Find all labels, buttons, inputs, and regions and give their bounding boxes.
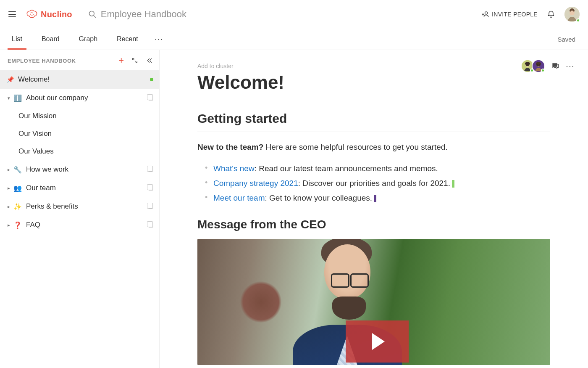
sidebar-item-our-team[interactable]: ▸ 👥 Our team <box>0 179 159 197</box>
search-container <box>88 9 474 20</box>
view-tab-graph[interactable]: Graph <box>76 29 101 50</box>
notifications-button[interactable] <box>547 10 555 19</box>
brand-name: Nuclino <box>41 10 72 19</box>
presence-indicator <box>541 69 545 72</box>
svg-point-2 <box>485 12 488 14</box>
intro-text: New to the team? Here are some helpful r… <box>197 141 550 154</box>
document-more-menu[interactable]: ⋮ <box>565 62 575 70</box>
section-heading: Message from the CEO <box>197 218 550 231</box>
sidebar: EMPLOYEE HANDBOOK + 📌 Welcome! <box>0 50 160 368</box>
link-meet-team[interactable]: Meet our team <box>213 193 265 202</box>
divider <box>197 132 550 132</box>
sparkle-icon: ✨ <box>13 203 22 211</box>
invite-label: INVITE PEOPLE <box>492 11 538 18</box>
view-more-menu[interactable]: ⋮ <box>154 35 164 43</box>
link-whats-new[interactable]: What's new <box>213 164 255 173</box>
collaborator-avatars[interactable] <box>521 59 545 73</box>
presence-icon <box>150 78 153 81</box>
info-icon: ℹ️ <box>13 94 22 102</box>
sidebar-item-label: Welcome! <box>18 75 50 84</box>
list-item: What's new: Read our latest team announc… <box>207 161 550 176</box>
view-tab-recent[interactable]: Recent <box>113 29 142 50</box>
invite-icon <box>482 11 489 18</box>
section-heading: Getting started <box>197 111 550 126</box>
view-tab-list[interactable]: List <box>8 29 26 50</box>
sidebar-item-label: About our company <box>26 94 88 102</box>
question-icon: ❓ <box>13 221 22 229</box>
save-status: Saved <box>557 36 575 43</box>
sidebar-item-label: Our team <box>26 184 56 192</box>
add-page-button[interactable]: + <box>118 56 124 65</box>
cluster-icon <box>148 204 153 209</box>
page-title: Welcome! <box>197 72 550 93</box>
cluster-icon <box>148 185 153 191</box>
brand-logo[interactable]: Nuclino <box>26 10 72 19</box>
cluster-icon <box>148 222 153 228</box>
presence-indicator <box>576 19 580 22</box>
play-button[interactable] <box>346 320 409 363</box>
list-item: Company strategy 2021: Discover our prio… <box>207 176 550 191</box>
current-user-avatar[interactable] <box>564 7 580 22</box>
sidebar-item-vision[interactable]: Our Vision <box>0 125 159 143</box>
presence-cursor-icon <box>452 180 454 188</box>
chevron-right-icon: ▸ <box>7 222 11 228</box>
cluster-icon <box>148 95 153 101</box>
cluster-icon <box>148 167 153 172</box>
sidebar-item-values[interactable]: Our Values <box>0 143 159 160</box>
collapse-sidebar-button[interactable] <box>146 57 153 64</box>
add-to-cluster-button[interactable]: Add to cluster <box>197 63 550 69</box>
sidebar-item-label: FAQ <box>26 221 40 229</box>
ceo-video[interactable] <box>197 239 550 365</box>
collaborator-avatar[interactable] <box>532 59 545 73</box>
presence-cursor-icon <box>374 195 376 202</box>
sidebar-item-faq[interactable]: ▸ ❓ FAQ <box>0 216 159 234</box>
search-input[interactable] <box>101 9 302 20</box>
sidebar-item-about[interactable]: ▾ ℹ️ About our company <box>0 89 159 107</box>
sidebar-item-label: How we work <box>26 165 68 174</box>
expand-icon[interactable] <box>131 57 138 64</box>
sidebar-item-mission[interactable]: Our Mission <box>0 107 159 125</box>
play-icon <box>372 333 385 350</box>
brain-icon <box>26 10 38 19</box>
chevron-right-icon: ▸ <box>7 167 11 172</box>
search-icon <box>88 10 97 19</box>
sidebar-title: EMPLOYEE HANDBOOK <box>8 58 76 64</box>
sidebar-item-how-we-work[interactable]: ▸ 🔧 How we work <box>0 160 159 179</box>
document-main: ⋮ Add to cluster Welcome! Getting starte… <box>160 50 588 368</box>
menu-button[interactable] <box>8 9 18 19</box>
resource-list: What's new: Read our latest team announc… <box>207 161 550 205</box>
invite-people-button[interactable]: INVITE PEOPLE <box>482 11 538 18</box>
sidebar-item-label: Perks & benefits <box>26 202 78 211</box>
chevron-right-icon: ▸ <box>7 185 11 191</box>
svg-line-1 <box>93 16 95 18</box>
team-icon: 👥 <box>13 184 22 192</box>
chevron-down-icon: ▾ <box>7 95 11 101</box>
sidebar-item-perks[interactable]: ▸ ✨ Perks & benefits <box>0 197 159 216</box>
tools-icon: 🔧 <box>13 166 22 174</box>
pin-icon: 📌 <box>7 76 14 83</box>
chevron-right-icon: ▸ <box>7 204 11 209</box>
list-item: Meet our team: Get to know your colleagu… <box>207 191 550 205</box>
link-strategy[interactable]: Company strategy 2021 <box>213 179 298 188</box>
view-tab-board[interactable]: Board <box>38 29 63 50</box>
sidebar-item-welcome[interactable]: 📌 Welcome! <box>0 70 159 89</box>
comments-button[interactable] <box>551 62 559 70</box>
